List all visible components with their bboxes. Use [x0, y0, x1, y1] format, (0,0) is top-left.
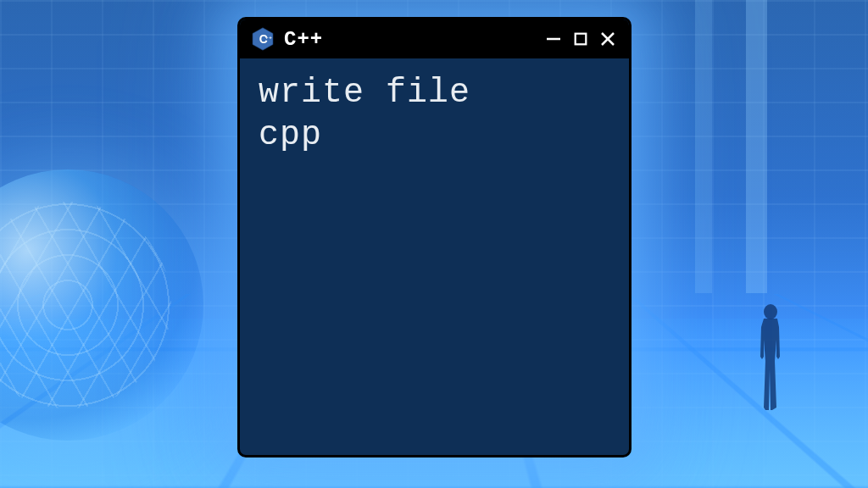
svg-text:+: +: [269, 35, 272, 40]
svg-rect-6: [576, 34, 587, 45]
titlebar: C + + C++: [240, 19, 629, 58]
person-silhouette: [749, 302, 792, 412]
cpp-hexagon-icon: C + +: [250, 26, 275, 52]
maximize-button[interactable]: [570, 28, 592, 50]
terminal-window: C + + C++ write file cpp: [237, 17, 632, 458]
minimize-button[interactable]: [542, 28, 565, 50]
window-controls: [542, 28, 619, 50]
window-title: C++: [284, 28, 323, 51]
content-line-2: cpp: [259, 114, 610, 157]
svg-text:+: +: [265, 35, 269, 40]
title-left: C + + C++: [250, 26, 323, 52]
svg-point-0: [764, 304, 777, 319]
content-line-1: write file: [259, 72, 610, 114]
close-button[interactable]: [597, 28, 619, 50]
window-body: write file cpp: [240, 58, 629, 170]
